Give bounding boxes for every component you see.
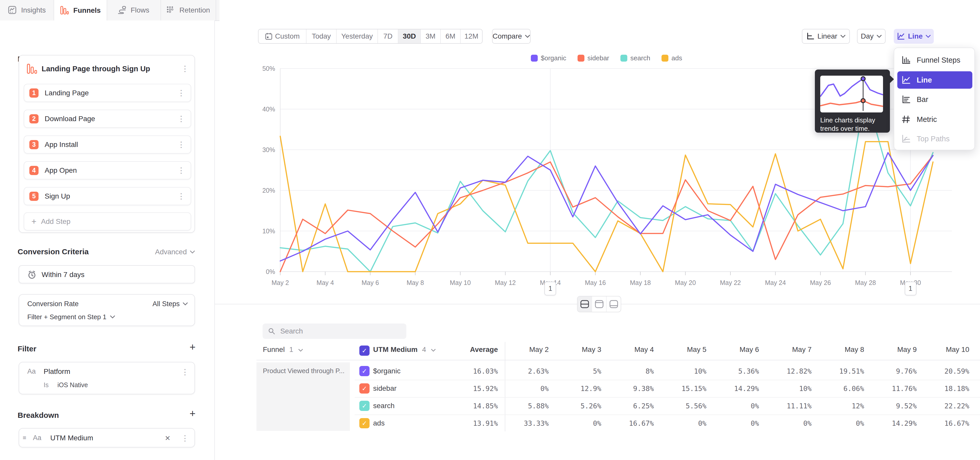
- metric-kebab-icon[interactable]: ⋮: [181, 65, 189, 73]
- step-card-4[interactable]: 4App Open⋮: [24, 161, 191, 179]
- tab-insights[interactable]: Insights: [0, 0, 54, 21]
- step-card-2[interactable]: 2Download Page⋮: [24, 110, 191, 128]
- layout-split-button[interactable]: [578, 296, 592, 312]
- range-yesterday[interactable]: Yesterday: [337, 29, 378, 43]
- breakdown-column-header[interactable]: UTM Medium 4: [373, 345, 436, 354]
- legend-item-sidebar[interactable]: sidebar: [578, 54, 609, 62]
- range-6m[interactable]: 6M: [441, 29, 461, 43]
- step-kebab-icon[interactable]: ⋮: [177, 141, 185, 149]
- table-search[interactable]: [262, 324, 406, 339]
- range-label: 3M: [426, 32, 436, 40]
- date-column-header[interactable]: May 2: [529, 345, 549, 354]
- row-separator: [355, 415, 980, 415]
- step-label: Sign Up: [45, 192, 70, 200]
- step-label: Landing Page: [45, 89, 89, 97]
- breakdown-property-name[interactable]: UTM Medium: [50, 434, 93, 442]
- annotation-badge-may-14[interactable]: 1: [544, 282, 556, 295]
- chart-type-dropdown[interactable]: Line: [894, 29, 934, 44]
- add-breakdown-button[interactable]: +: [189, 408, 196, 418]
- range-custom[interactable]: Custom: [259, 29, 307, 43]
- breakdown-kebab-icon[interactable]: ⋮: [181, 434, 189, 442]
- step-card-5[interactable]: 5Sign Up⋮: [24, 187, 191, 205]
- date-column-header[interactable]: May 9: [897, 345, 917, 354]
- date-column-header[interactable]: May 8: [845, 345, 864, 354]
- date-column-header[interactable]: May 7: [792, 345, 811, 354]
- range-3m[interactable]: 3M: [421, 29, 441, 43]
- tab-retention[interactable]: Retention: [161, 0, 216, 21]
- funnel-cell[interactable]: Product Viewed through P...: [256, 363, 350, 431]
- row-checkbox[interactable]: ✓: [360, 401, 369, 411]
- remove-breakdown-icon[interactable]: ✕: [165, 434, 170, 442]
- layout-table-only-button[interactable]: [607, 296, 620, 312]
- add-filter-button[interactable]: +: [189, 342, 196, 352]
- date-column-header[interactable]: May 10: [946, 345, 969, 354]
- row-checkbox[interactable]: ✓: [360, 418, 369, 428]
- add-step-button[interactable]: + Add Step: [24, 212, 191, 230]
- row-checkbox[interactable]: ✓: [360, 383, 369, 394]
- row-value: 11.11%: [787, 402, 811, 410]
- row-separator: [355, 397, 980, 398]
- advanced-dropdown[interactable]: Advanced: [155, 248, 195, 256]
- step-kebab-icon[interactable]: ⋮: [177, 167, 185, 174]
- range-today[interactable]: Today: [307, 29, 337, 43]
- funnel-column-header[interactable]: Funnel 1: [263, 345, 303, 354]
- layout-chart-only-button[interactable]: [592, 296, 607, 312]
- step-kebab-icon[interactable]: ⋮: [177, 192, 185, 200]
- conversion-window-card[interactable]: Within 7 days: [19, 265, 195, 283]
- utm-select-all-checkbox[interactable]: ✓: [360, 345, 369, 356]
- row-checkbox[interactable]: ✓: [360, 366, 369, 376]
- filter-value[interactable]: iOS Native: [57, 381, 88, 389]
- legend-item-search[interactable]: search: [620, 54, 650, 62]
- filter-property-name[interactable]: Platform: [44, 367, 70, 376]
- step-kebab-icon[interactable]: ⋮: [177, 89, 185, 97]
- step-kebab-icon[interactable]: ⋮: [177, 115, 185, 123]
- menu-item-funnel-steps[interactable]: Funnel Steps: [897, 51, 972, 69]
- step-card-3[interactable]: 3App Install⋮: [24, 136, 191, 153]
- date-column-header[interactable]: May 5: [687, 345, 706, 354]
- scale-dropdown[interactable]: Linear: [802, 29, 850, 44]
- menu-item-line[interactable]: Line: [897, 71, 972, 89]
- filter-operator[interactable]: Is: [44, 381, 48, 389]
- top-paths-icon: [901, 134, 911, 143]
- row-value: 0%: [698, 419, 706, 427]
- step-card-1[interactable]: 1Landing Page⋮: [24, 84, 191, 102]
- date-column-header[interactable]: May 3: [582, 345, 601, 354]
- legend-item-organic[interactable]: $organic: [531, 54, 566, 62]
- series-line-sidebar[interactable]: [280, 155, 933, 272]
- range-label: 12M: [465, 32, 478, 40]
- filter-kebab-icon[interactable]: ⋮: [181, 368, 189, 376]
- range-7d[interactable]: 7D: [378, 29, 398, 43]
- search-input[interactable]: [280, 327, 401, 335]
- row-value: 9.38%: [633, 385, 654, 393]
- menu-item-metric[interactable]: Metric: [897, 111, 972, 128]
- conversion-rate-card: Conversion Rate All Steps Filter + Segme…: [19, 294, 195, 326]
- legend-item-ads[interactable]: ads: [662, 54, 682, 62]
- interval-dropdown[interactable]: Day: [857, 29, 886, 44]
- funnels-report-page: InsightsFunnelsFlowsRetention Metric Lan…: [0, 0, 980, 460]
- average-column-header[interactable]: Average: [470, 345, 498, 354]
- row-value: 5%: [593, 367, 601, 375]
- drag-handle-icon[interactable]: ≡: [23, 434, 26, 441]
- tab-flows[interactable]: Flows: [106, 0, 161, 21]
- compare-button[interactable]: Compare: [492, 29, 531, 44]
- range-12m[interactable]: 12M: [461, 29, 482, 43]
- menu-item-label: Top Paths: [917, 135, 950, 143]
- row-value: 0%: [540, 385, 549, 393]
- annotation-badge-may-30[interactable]: 1: [905, 282, 916, 295]
- date-column-header[interactable]: May 4: [635, 345, 654, 354]
- tab-funnels[interactable]: Funnels: [54, 0, 107, 21]
- range-30d[interactable]: 30D: [398, 29, 421, 43]
- conversion-rate-steps-dropdown[interactable]: All Steps: [152, 300, 188, 308]
- range-label: 7D: [383, 32, 393, 40]
- menu-item-bar[interactable]: Bar: [897, 91, 972, 108]
- row-value: 18.18%: [944, 385, 969, 393]
- series-line-ads[interactable]: [280, 136, 933, 272]
- row-name: $organic: [373, 367, 401, 375]
- filter-segment-dropdown[interactable]: Filter + Segment on Step 1: [27, 313, 115, 321]
- filter-card: Aa Platform ⋮ Is iOS Native: [19, 362, 195, 395]
- date-column-header[interactable]: May 6: [740, 345, 759, 354]
- row-value: 5.26%: [581, 402, 601, 410]
- y-axis-label: 20%: [262, 187, 275, 194]
- row-value: 6.25%: [633, 402, 654, 410]
- row-value: 9.52%: [896, 402, 917, 410]
